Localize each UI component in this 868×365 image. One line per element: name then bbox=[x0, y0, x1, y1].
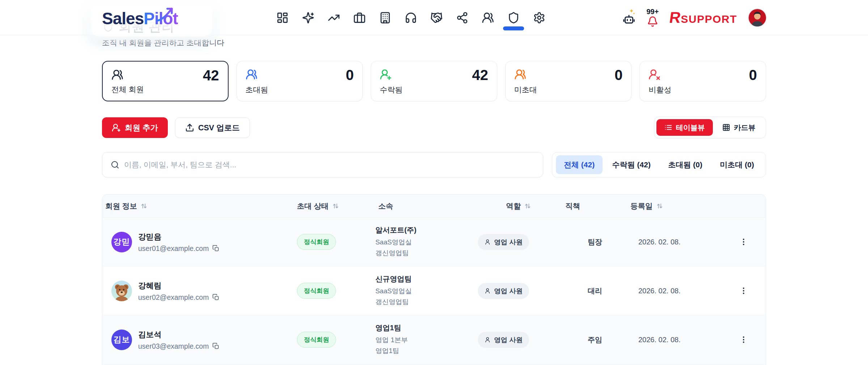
org-cell: 영업1팀 영업 1본부 영업1팀 bbox=[375, 323, 475, 356]
user-icon bbox=[484, 288, 491, 294]
stat-value: 42 bbox=[203, 69, 219, 82]
joined-date-cell: 2026. 02. 08. bbox=[627, 287, 722, 295]
nav-item-admin[interactable] bbox=[501, 5, 526, 31]
nav-item-performance[interactable] bbox=[321, 5, 346, 31]
sort-icon[interactable] bbox=[524, 202, 531, 210]
member-management-page: 조직 내 회원을 관리하고 초대합니다 42 전체 회원 0 초대됨 42 bbox=[0, 38, 868, 365]
dashboard bbox=[276, 12, 289, 24]
bell-icon bbox=[647, 16, 658, 27]
status-badge: 정식회원 bbox=[297, 332, 336, 348]
stat-icon bbox=[514, 68, 526, 80]
member-name: 강믿음 bbox=[138, 231, 220, 242]
notifications-button[interactable]: 99+ bbox=[646, 8, 659, 27]
table-header-row: 회원 정보 초대 상태 소속 역할 직책 등록일 bbox=[102, 194, 766, 218]
member-avatar: 강믿 bbox=[111, 232, 132, 252]
sort-icon[interactable] bbox=[140, 202, 148, 210]
card-view-button[interactable]: 카드뷰 bbox=[714, 119, 763, 136]
stat-value: 42 bbox=[472, 68, 488, 81]
nav-item-business[interactable] bbox=[346, 5, 372, 31]
member-avatar bbox=[111, 281, 132, 301]
copy-email-button[interactable] bbox=[212, 245, 220, 252]
member-email: user01@example.com bbox=[138, 244, 220, 253]
row-menu-button[interactable] bbox=[739, 335, 748, 344]
member-info-cell: 강믿 강믿음 user01@example.com bbox=[102, 231, 294, 253]
search-input[interactable] bbox=[124, 160, 535, 169]
nav-item-settings[interactable] bbox=[526, 5, 552, 31]
nav-item-company[interactable] bbox=[372, 5, 398, 31]
stat-card[interactable]: 0 초대됨 bbox=[237, 61, 363, 101]
stat-icon bbox=[246, 68, 258, 80]
stat-label: 미초대 bbox=[514, 85, 623, 95]
sparkles bbox=[302, 12, 314, 24]
copy-email-button[interactable] bbox=[212, 343, 220, 350]
member-stat-cards: 42 전체 회원 0 초대됨 42 수락됨 0 bbox=[102, 61, 766, 101]
user-plus-icon bbox=[112, 123, 121, 132]
table-column-header[interactable]: 역할 bbox=[475, 201, 562, 211]
filter-tab[interactable]: 수락됨 (42) bbox=[604, 155, 659, 174]
nav-item-share[interactable] bbox=[449, 5, 475, 31]
role-badge: 영업 사원 bbox=[478, 234, 529, 250]
invite-status-cell: 정식회원 bbox=[294, 332, 375, 348]
role-badge: 영업 사원 bbox=[478, 283, 529, 299]
list-icon bbox=[664, 123, 672, 131]
grid-icon bbox=[722, 123, 730, 131]
stat-label: 수락됨 bbox=[380, 85, 488, 95]
nav-item-ai[interactable] bbox=[295, 5, 321, 31]
add-member-button[interactable]: 회원 추가 bbox=[102, 117, 168, 138]
handshake bbox=[430, 12, 443, 24]
table-column-header[interactable]: 직책 bbox=[562, 201, 627, 211]
stat-icon bbox=[111, 69, 123, 81]
shield bbox=[507, 12, 520, 24]
headset bbox=[405, 12, 417, 24]
row-actions-cell bbox=[722, 335, 766, 344]
user-avatar[interactable] bbox=[748, 8, 767, 27]
nav-item-support[interactable] bbox=[398, 5, 424, 31]
user-icon bbox=[484, 336, 491, 343]
member-info-cell: 김보 김보석 user03@example.com bbox=[102, 329, 294, 351]
rsupport-logo: R SUPPORT bbox=[669, 10, 737, 25]
filter-tab[interactable]: 미초대 (0) bbox=[712, 155, 762, 174]
share bbox=[456, 12, 468, 24]
role-cell: 영업 사원 bbox=[475, 283, 562, 299]
stat-icon bbox=[648, 68, 660, 80]
search-box bbox=[102, 152, 543, 177]
logo-arrow-icon bbox=[156, 6, 174, 22]
member-row[interactable]: 강믿 강믿음 user01@example.com 정식회원 bbox=[102, 218, 766, 267]
sort-icon[interactable] bbox=[332, 202, 339, 210]
member-name: 강혜림 bbox=[138, 280, 220, 291]
table-column-header[interactable]: 등록일 bbox=[627, 201, 722, 211]
nav-item-members[interactable] bbox=[475, 5, 501, 31]
nav-item-dashboard[interactable] bbox=[269, 5, 295, 31]
stat-card[interactable]: 0 비활성 bbox=[639, 61, 766, 101]
invite-status-cell: 정식회원 bbox=[294, 283, 375, 299]
view-toggle: 테이블뷰 카드뷰 bbox=[654, 117, 766, 138]
status-filter-tabs: 전체 (42)수락됨 (42)초대됨 (0)미초대 (0) bbox=[552, 152, 766, 177]
stat-card[interactable]: 0 미초대 bbox=[505, 61, 632, 101]
kebab-icon bbox=[739, 237, 748, 247]
copy-icon bbox=[212, 343, 220, 350]
member-name: 김보석 bbox=[138, 329, 220, 340]
row-menu-button[interactable] bbox=[739, 286, 748, 295]
filter-tab[interactable]: 전체 (42) bbox=[556, 155, 603, 174]
row-actions-cell bbox=[722, 237, 766, 247]
table-view-button[interactable]: 테이블뷰 bbox=[656, 119, 713, 136]
row-menu-button[interactable] bbox=[739, 237, 748, 247]
position-cell: 주임 bbox=[562, 335, 627, 345]
ai-assistant-button[interactable] bbox=[622, 13, 635, 26]
rsupport-r-mark: R bbox=[668, 10, 682, 25]
nav-item-partners[interactable] bbox=[424, 5, 449, 31]
stat-card[interactable]: 42 수락됨 bbox=[371, 61, 497, 101]
table-column-header[interactable]: 초대 상태 bbox=[294, 201, 375, 211]
member-row[interactable]: 강혜림 user02@example.com 정식회원 신규영업팀 SaaS영업… bbox=[102, 267, 766, 315]
stat-card[interactable]: 42 전체 회원 bbox=[102, 61, 229, 101]
filter-tab[interactable]: 초대됨 (0) bbox=[660, 155, 710, 174]
search-filter-row: 전체 (42)수락됨 (42)초대됨 (0)미초대 (0) bbox=[102, 152, 766, 177]
role-badge: 영업 사원 bbox=[478, 332, 529, 348]
table-column-header[interactable]: 회원 정보 bbox=[102, 201, 294, 211]
csv-upload-button[interactable]: CSV 업로드 bbox=[175, 117, 250, 138]
sort-icon[interactable] bbox=[656, 202, 663, 210]
copy-email-button[interactable] bbox=[212, 294, 220, 301]
actions-row: 회원 추가 CSV 업로드 테이블뷰 카드뷰 bbox=[102, 117, 766, 138]
table-column-header[interactable]: 소속 bbox=[375, 201, 475, 211]
member-row[interactable]: 김보 김보석 user03@example.com 정식회원 bbox=[102, 315, 766, 364]
